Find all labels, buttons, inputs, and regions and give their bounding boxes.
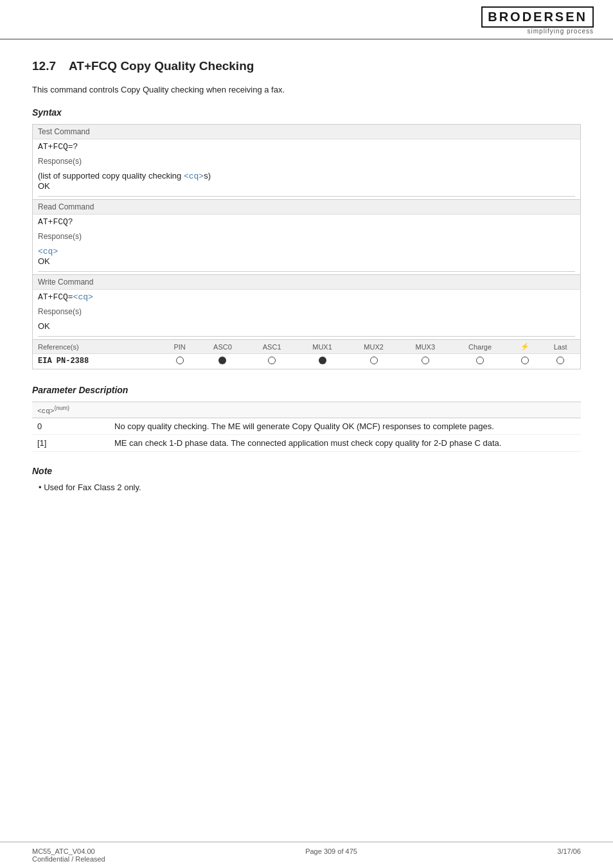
footer-page: Page 309 of 475 [305,847,357,863]
write-command-label: Write Command [33,275,581,290]
param-row-1: [1] ME can check 1-D phase data. The con… [32,434,581,451]
logo-area: BRODERSEN simplifying process [481,6,594,35]
cq-link-read[interactable]: <cq> [38,247,58,256]
write-command-cmd: AT+FCQ=<cq> [33,290,581,305]
footer-doc-id: MC55_ATC_V04.00 [32,847,105,855]
brand-tagline: simplifying process [528,28,594,35]
write-response-content: OK [33,319,581,333]
ref-header-row: Reference(s) PIN ASC0 ASC1 MUX1 MUX2 MUX… [33,340,580,354]
ref-col-mux3: MUX3 [400,340,451,354]
param-type-label: <cq> [37,407,54,415]
ref-name-cell: EIA PN-2388 [33,354,161,369]
footer-left: MC55_ATC_V04.00 Confidential / Released [32,847,105,863]
param-key-1: [1] [32,434,109,451]
ref-col-pin: PIN [161,340,198,354]
circle-empty-icon [422,357,429,364]
param-desc-1: ME can check 1-D phase data. The connect… [109,434,581,451]
param-table: <cq>(num) 0 No copy quality checking. Th… [32,402,581,452]
test-command-cmd: AT+FCQ=? [33,139,581,155]
cq-link-write[interactable]: <cq> [73,292,93,302]
divider-2 [33,269,581,275]
references-header-row: Reference(s) PIN ASC0 ASC1 MUX1 MUX2 MUX… [33,339,581,369]
ref-mux2-cell [348,354,400,369]
page-footer: MC55_ATC_V04.00 Confidential / Released … [0,842,613,868]
read-command-row: AT+FCQ? [33,215,581,230]
param-desc-0: No copy quality checking. The ME will ge… [109,418,581,434]
test-response-content: (list of supported copy quality checking… [33,168,581,193]
circle-empty-icon [370,357,378,364]
param-header-cell: <cq>(num) [32,402,581,418]
ref-col-charge: Charge [451,340,509,354]
ref-col-mux2: MUX2 [348,340,400,354]
circle-empty-icon [176,357,184,364]
param-heading: Parameter Description [32,385,581,395]
ref-special-cell [509,354,540,369]
ref-col-asc0: ASC0 [198,340,247,354]
ref-data-row: EIA PN-2388 [33,354,580,369]
circle-empty-icon [268,357,276,364]
footer-date: 3/17/06 [557,847,581,863]
note-section: Note Used for Fax Class 2 only. [32,466,581,492]
section-number: 12.7 [32,59,56,73]
ref-col-special: ⚡ [509,340,540,354]
intro-paragraph: This command controls Copy Quality check… [32,85,581,94]
section-heading: 12.7 AT+FCQ Copy Quality Checking [32,59,581,73]
circle-empty-icon [556,357,564,364]
param-row-0: 0 No copy quality checking. The ME will … [32,418,581,434]
test-command-header-row: Test Command [33,125,581,139]
read-command-cmd: AT+FCQ? [33,215,581,230]
divider-1 [33,193,581,200]
note-heading: Note [32,466,581,476]
test-command-row: AT+FCQ=? [33,139,581,155]
test-response-label: Response(s) [33,154,581,168]
param-superscript: (num) [54,405,69,411]
read-response-label: Response(s) [33,229,581,244]
ref-col-last: Last [540,340,580,354]
section-title: AT+FCQ Copy Quality Checking [69,59,254,73]
ref-mux3-cell [400,354,451,369]
circle-empty-icon [521,357,529,364]
ref-col-mux1: MUX1 [296,340,348,354]
footer-confidential: Confidential / Released [32,855,105,863]
write-response-label: Response(s) [33,305,581,319]
ref-last-cell [540,354,580,369]
note-item-1: Used for Fax Class 2 only. [39,483,581,492]
syntax-heading: Syntax [32,107,581,118]
syntax-table: Test Command AT+FCQ=? Response(s) (list … [32,124,581,369]
ref-header-label: Reference(s) [33,340,161,354]
cq-link-test[interactable]: <cq> [184,172,204,181]
test-response-label-row: Response(s) [33,154,581,168]
read-response-label-row: Response(s) [33,229,581,244]
ref-col-asc1: ASC1 [247,340,297,354]
ref-asc0-cell [198,354,247,369]
divider-3 [33,333,581,339]
brand-box: BRODERSEN [481,6,594,28]
ref-charge-cell [451,354,509,369]
note-list: Used for Fax Class 2 only. [32,483,581,492]
circle-filled-icon [218,357,226,364]
page-header: BRODERSEN simplifying process [0,0,613,40]
ref-pin-cell [161,354,198,369]
test-command-label: Test Command [33,125,581,139]
read-command-label: Read Command [33,200,581,215]
param-header-row: <cq>(num) [32,402,581,418]
brand-name: BRODERSEN [488,10,587,24]
read-response-content: <cq>OK [33,244,581,269]
write-command-row: AT+FCQ=<cq> [33,290,581,305]
param-section: Parameter Description <cq>(num) 0 No cop… [32,385,581,452]
write-command-header-row: Write Command [33,275,581,290]
circle-empty-icon [476,357,484,364]
read-command-header-row: Read Command [33,200,581,215]
ref-mux1-cell [296,354,348,369]
test-response-content-row: (list of supported copy quality checking… [33,168,581,193]
circle-filled-icon [319,357,326,364]
read-response-content-row: <cq>OK [33,244,581,269]
ref-table: Reference(s) PIN ASC0 ASC1 MUX1 MUX2 MUX… [33,339,580,369]
ref-asc1-cell [247,354,297,369]
write-response-content-row: OK [33,319,581,333]
write-response-label-row: Response(s) [33,305,581,319]
param-key-0: 0 [32,418,109,434]
main-content: 12.7 AT+FCQ Copy Quality Checking This c… [0,40,613,511]
